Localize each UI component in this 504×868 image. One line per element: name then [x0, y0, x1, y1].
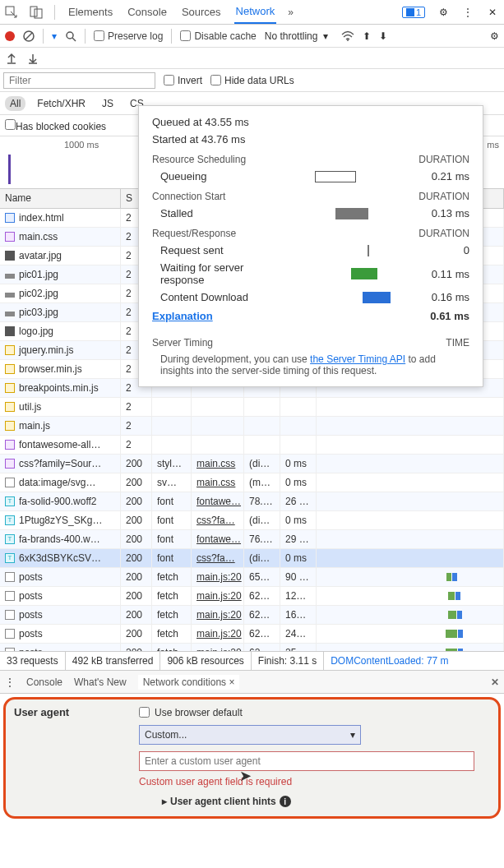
wifi-icon[interactable] — [341, 30, 354, 42]
ua-select[interactable]: Custom...▾ — [139, 725, 361, 745]
waterfall-cell — [317, 549, 504, 567]
file-name: pic02.jpg — [19, 288, 58, 299]
more-tabs-icon[interactable]: » — [288, 7, 294, 18]
device-icon[interactable] — [30, 6, 43, 19]
waterfall-cell — [317, 511, 504, 529]
tab-elements[interactable]: Elements — [67, 1, 114, 23]
file-name: breakpoints.min.js — [19, 382, 99, 394]
preserve-log-checkbox[interactable]: Preserve log — [94, 30, 163, 42]
status-resources: 906 kB resources — [160, 652, 251, 670]
img-icon — [5, 326, 15, 336]
use-browser-default-checkbox[interactable]: Use browser default — [139, 707, 243, 718]
explanation-link[interactable]: Explanation — [152, 310, 213, 322]
waterfall-cell — [317, 625, 504, 643]
kebab-icon[interactable]: ⋮ — [461, 6, 474, 19]
file-name: posts — [19, 628, 43, 639]
table-row[interactable]: T1Ptug8zYS_SKg…200fontcss?fa…(di…0 ms — [0, 511, 504, 530]
upload-icon[interactable]: ⬆ — [363, 30, 371, 42]
throttling-select[interactable]: No throttling ▾ — [265, 30, 328, 42]
fetch-icon — [5, 648, 15, 651]
disable-cache-checkbox[interactable]: Disable cache — [180, 30, 256, 42]
file-name: css?family=Sour… — [19, 458, 101, 469]
blocked-cookies-checkbox[interactable]: Has blocked cookies — [5, 119, 106, 132]
svg-rect-1 — [30, 7, 37, 16]
tab-sources[interactable]: Sources — [180, 1, 223, 23]
waterfall-cell — [317, 606, 504, 624]
drawer-tabs: ⋮ Console What's New Network conditions … — [0, 671, 504, 694]
tab-console[interactable]: Console — [126, 1, 169, 23]
invert-checkbox[interactable]: Invert — [164, 75, 202, 86]
download-icon[interactable]: ⬇ — [379, 30, 387, 42]
hide-data-urls-checkbox[interactable]: Hide data URLs — [210, 75, 294, 86]
server-timing-api-link[interactable]: the Server Timing API — [310, 353, 405, 365]
table-row[interactable]: posts200fetchmain.js:2062…25… — [0, 644, 504, 651]
file-name: posts — [19, 609, 43, 621]
network-settings-icon[interactable]: ⚙ — [490, 30, 499, 42]
filter-icon[interactable]: ▾ — [52, 30, 57, 42]
table-row[interactable]: css?family=Sour…200styl…main.css(di…0 ms — [0, 455, 504, 473]
record-button[interactable] — [5, 31, 15, 41]
col-name[interactable]: Name — [0, 189, 121, 208]
table-row[interactable]: posts200fetchmain.js:2065…90 … — [0, 568, 504, 587]
upload-har-icon[interactable] — [7, 53, 16, 64]
table-row[interactable]: data:image/svg…200sv…main.css(m…0 ms — [0, 473, 504, 492]
row-queueing: Queueing — [152, 170, 259, 182]
search-icon[interactable] — [65, 30, 76, 42]
separator — [54, 5, 55, 20]
status-finish: Finish: 3.11 s — [252, 652, 324, 670]
network-toolbar: ▾ Preserve log Disable cache No throttli… — [0, 25, 504, 48]
svg-point-6 — [67, 32, 73, 39]
table-row[interactable]: Tfa-solid-900.woff2200fontfontawe…78.…26… — [0, 492, 504, 511]
file-name: data:image/svg… — [19, 477, 95, 488]
filter-input[interactable] — [3, 72, 155, 89]
table-row[interactable]: fontawesome-all…2 — [0, 436, 504, 455]
download-har-icon[interactable] — [28, 53, 38, 64]
drawer-tab-network-conditions[interactable]: Network conditions × — [138, 675, 240, 690]
fetch-icon — [5, 478, 15, 487]
table-row[interactable]: T6xK3dSBYKcSV…200fontcss?fa…(di…0 ms — [0, 549, 504, 568]
font-icon: T — [5, 515, 15, 525]
drawer-kebab-icon[interactable]: ⋮ — [5, 676, 15, 688]
tab-network[interactable]: Network — [234, 0, 277, 24]
file-name: main.js — [19, 420, 50, 432]
table-row[interactable]: main.js2 — [0, 417, 504, 436]
row-stalled: Stalled — [152, 207, 259, 219]
drawer-tab-whatsnew[interactable]: What's New — [74, 676, 127, 688]
file-name: posts — [19, 647, 43, 651]
clear-icon[interactable] — [23, 30, 35, 42]
close-devtools-icon[interactable]: ✕ — [486, 6, 499, 19]
js-icon — [5, 421, 15, 431]
table-row[interactable]: posts200fetchmain.js:2062…16… — [0, 606, 504, 625]
table-row[interactable]: posts200fetchmain.js:2062…24… — [0, 625, 504, 644]
status-dcl: DOMContentLoaded: 77 m — [324, 652, 504, 670]
waterfall-cell — [317, 436, 504, 454]
fetch-icon — [5, 572, 15, 582]
table-row[interactable]: posts200fetchmain.js:2062…12… — [0, 587, 504, 606]
css-icon — [5, 459, 15, 469]
table-row[interactable]: Tfa-brands-400.w…200fontfontawe…76.…29 … — [0, 530, 504, 549]
waterfall-cell — [317, 473, 504, 492]
drawer-tab-console[interactable]: Console — [26, 676, 62, 688]
js-icon — [5, 345, 15, 355]
drawer-close-icon[interactable]: ✕ — [491, 676, 499, 688]
timeline-tick: 1000 ms — [64, 140, 99, 150]
ua-custom-input[interactable] — [139, 751, 474, 771]
file-name: fa-brands-400.w… — [19, 533, 100, 545]
chip-all[interactable]: All — [5, 96, 25, 111]
font-icon: T — [5, 553, 15, 563]
file-name: fontawesome-all… — [19, 439, 100, 450]
table-row[interactable]: util.js2 — [0, 398, 504, 417]
file-name: posts — [19, 590, 43, 602]
chip-fetch-xhr[interactable]: Fetch/XHR — [32, 96, 90, 111]
file-name: fa-solid-900.woff2 — [19, 496, 97, 507]
settings-icon[interactable]: ⚙ — [437, 6, 450, 19]
img-icon — [5, 251, 15, 261]
css-icon — [5, 232, 15, 242]
issues-badge[interactable]: 1 — [402, 7, 425, 18]
ua-client-hints-toggle[interactable]: ▸ User agent client hints i — [162, 796, 490, 807]
waterfall-cell — [317, 398, 504, 416]
chip-js[interactable]: JS — [97, 96, 118, 111]
file-name: jquery.min.js — [19, 344, 73, 356]
file-name: util.js — [19, 401, 41, 413]
inspect-icon[interactable] — [5, 6, 18, 19]
